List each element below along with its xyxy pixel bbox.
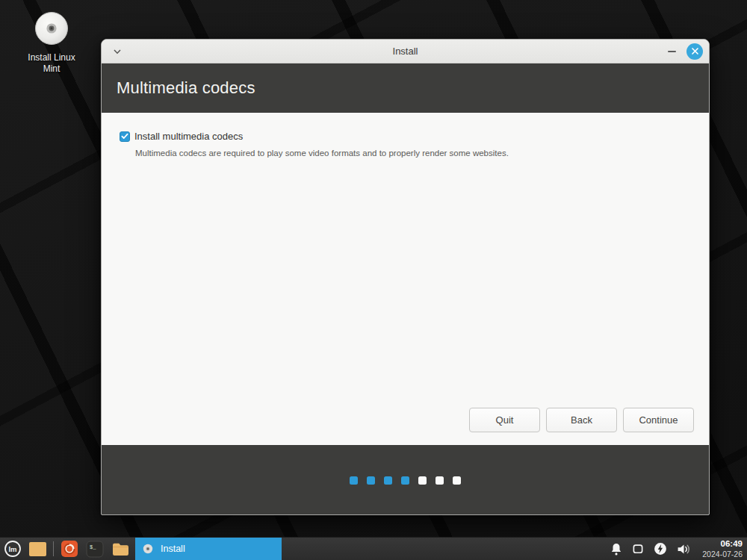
mint-menu-button[interactable]: lm — [0, 538, 25, 560]
taskbar: lm $_ — [0, 537, 747, 560]
cd-disc-icon — [34, 10, 69, 46]
mint-menu-icon: lm — [4, 540, 22, 558]
progress-dot — [350, 476, 358, 485]
window-title: Install — [102, 46, 709, 57]
progress-footer — [102, 445, 709, 514]
bell-icon — [610, 542, 623, 556]
volume-tray-button[interactable] — [676, 542, 692, 556]
clock-time: 06:49 — [702, 539, 743, 549]
desktop-icon-install-linux-mint[interactable]: Install Linux Mint — [19, 10, 84, 75]
removable-media-tray-button[interactable] — [631, 542, 645, 556]
svg-text:$_: $_ — [90, 544, 96, 550]
clock-date: 2024-07-26 — [702, 550, 743, 559]
firefox-icon — [61, 540, 78, 558]
taskbar-launchers: lm $_ — [0, 538, 134, 560]
progress-dot — [401, 476, 409, 485]
system-tray: 06:49 2024-07-26 — [610, 539, 747, 558]
taskbar-separator — [53, 541, 54, 556]
files-launcher[interactable] — [108, 538, 134, 560]
minimize-button[interactable] — [668, 51, 676, 52]
minimize-icon — [668, 51, 676, 52]
page-title: Multimedia codecs — [117, 78, 255, 98]
dialog-buttons: Quit Back Continue — [469, 408, 694, 432]
terminal-launcher[interactable]: $_ — [82, 538, 108, 560]
checkbox-checked-icon[interactable] — [120, 131, 130, 142]
progress-dots — [350, 476, 461, 485]
notifications-tray-button[interactable] — [610, 542, 623, 556]
volume-icon — [676, 542, 692, 556]
show-desktop-button[interactable] — [25, 538, 50, 560]
install-window: Install Multimedia codecs — [101, 39, 710, 515]
quit-button[interactable]: Quit — [469, 408, 540, 432]
continue-button[interactable]: Continue — [623, 408, 694, 432]
close-button[interactable] — [686, 43, 703, 60]
checkbox-label: Install multimedia codecs — [134, 131, 243, 142]
power-tray-button[interactable] — [653, 541, 668, 556]
svg-text:lm: lm — [8, 545, 16, 553]
window-titlebar[interactable]: Install — [102, 40, 709, 63]
progress-dot — [418, 476, 427, 485]
progress-dot — [384, 476, 392, 485]
removable-media-icon — [631, 542, 645, 556]
install-codecs-checkbox-row[interactable]: Install multimedia codecs — [120, 131, 694, 142]
desktop-icon-label: Install Linux Mint — [28, 52, 75, 75]
taskbar-clock[interactable]: 06:49 2024-07-26 — [700, 539, 743, 558]
back-button[interactable]: Back — [546, 408, 617, 432]
codecs-description: Multimedia codecs are required to play s… — [135, 149, 694, 158]
cd-disc-icon — [143, 544, 153, 554]
progress-dot — [436, 476, 444, 485]
progress-dot — [453, 476, 461, 485]
window-content: Install multimedia codecs Multimedia cod… — [102, 113, 709, 445]
firefox-launcher[interactable] — [57, 538, 82, 560]
chevron-down-icon[interactable] — [112, 47, 123, 56]
taskbar-task-install[interactable]: Install — [135, 538, 282, 560]
power-battery-icon — [653, 541, 668, 556]
page-title-bar: Multimedia codecs — [102, 63, 709, 113]
folder-icon — [111, 541, 130, 557]
show-desktop-icon — [29, 542, 46, 556]
close-icon — [691, 47, 699, 55]
progress-dot — [367, 476, 375, 485]
task-label: Install — [161, 544, 185, 554]
terminal-icon: $_ — [86, 541, 104, 558]
